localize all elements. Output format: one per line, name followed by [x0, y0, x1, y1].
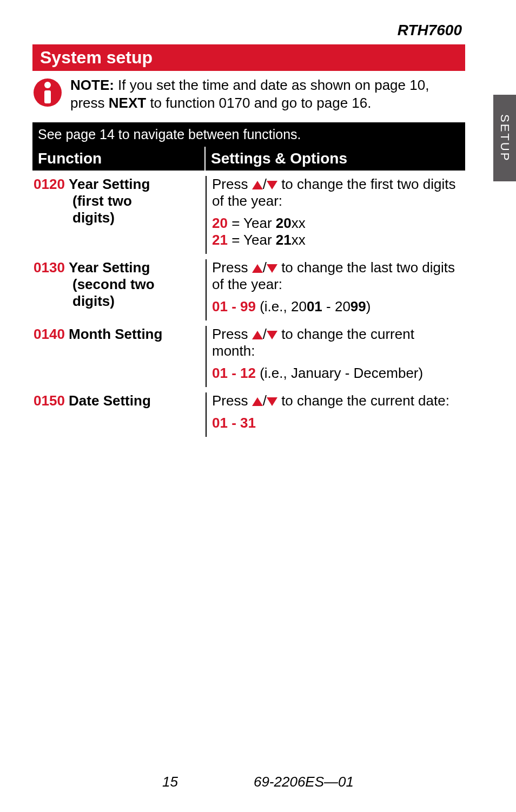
info-icon — [32, 77, 63, 108]
range-extra-end: 99 — [350, 298, 366, 315]
option-values: 01 - 99 (i.e., 2001 - 2099) — [212, 298, 460, 315]
settings-table: 0120 Year Setting (first two digits) Pre… — [32, 171, 465, 437]
function-name: Month Setting — [69, 326, 162, 343]
range-dash: - — [228, 365, 240, 381]
triangle-up-icon — [252, 397, 263, 406]
range-extra-close: ) — [366, 298, 371, 315]
svg-point-1 — [44, 82, 51, 88]
option-values: 01 - 12 (i.e., January - December) — [212, 365, 460, 382]
options-cell: Press / to change the current month: 01 … — [206, 326, 465, 387]
option-values: 01 - 31 — [212, 415, 460, 431]
note-text: NOTE: If you set the time and date as sh… — [70, 76, 460, 112]
note-part2: to function 0170 and go to page 16. — [146, 95, 371, 111]
model-number: RTH7600 — [32, 22, 494, 44]
side-tab-setup: SETUP — [493, 95, 516, 181]
range-b: 31 — [240, 415, 256, 431]
options-cell: Press / to change the current date: 01 -… — [206, 392, 465, 437]
triangle-down-icon — [267, 397, 277, 406]
triangle-down-icon — [267, 331, 277, 339]
options-cell: Press / to change the first two digits o… — [206, 176, 465, 254]
option-values: 20 = Year 20xx 21 = Year 21xx — [212, 215, 460, 248]
val-mid: = Year — [228, 215, 276, 231]
function-code: 0130 — [34, 259, 65, 276]
svg-rect-2 — [44, 90, 51, 103]
range-dash: - — [228, 415, 240, 431]
opt-lead: Press — [212, 176, 252, 192]
range-extra-mid2: - 20 — [322, 298, 350, 315]
range-extra-pre: (i.e., 20 — [256, 298, 307, 315]
document-number: 69-2206ES—01 — [254, 774, 354, 790]
range-a: 01 — [212, 415, 228, 431]
function-name-line2: (second two — [34, 276, 200, 293]
function-name: Year Setting — [69, 259, 150, 276]
range-extra-mid: 01 — [307, 298, 322, 315]
options-cell: Press / to change the last two digits of… — [206, 259, 465, 320]
triangle-down-icon — [267, 264, 277, 273]
opt-lead: Press — [212, 392, 252, 409]
opt-tail: to change the current date: — [277, 392, 449, 409]
triangle-up-icon — [252, 331, 263, 339]
option-line: 21 = Year 21xx — [212, 232, 460, 248]
function-cell: 0140 Month Setting — [32, 326, 206, 387]
side-tab-label: SETUP — [498, 114, 512, 162]
table-header: Function Settings & Options — [32, 147, 465, 171]
val-red: 21 — [212, 232, 228, 248]
note-label: NOTE: — [70, 77, 114, 93]
option-line: 20 = Year 20xx — [212, 215, 460, 232]
page-footer: 15 69-2206ES—01 — [0, 774, 516, 790]
header-options: Settings & Options — [206, 147, 465, 171]
header-function: Function — [32, 147, 206, 171]
range-a: 01 — [212, 298, 228, 315]
function-code: 0120 — [34, 176, 65, 193]
table-row: 0130 Year Setting (second two digits) Pr… — [32, 254, 465, 320]
section-title: System setup — [32, 44, 465, 71]
range-dash: - — [228, 298, 240, 315]
function-code: 0140 — [34, 326, 65, 343]
function-name: Year Setting — [69, 176, 150, 193]
val-bold: 20 — [276, 215, 292, 231]
range-a: 01 — [212, 365, 228, 381]
manual-page: RTH7600 System setup NOTE: If you set th… — [0, 0, 516, 812]
range-b: 99 — [240, 298, 256, 315]
page-number: 15 — [162, 774, 178, 790]
val-red: 20 — [212, 215, 228, 231]
triangle-up-icon — [252, 264, 263, 273]
val-suffix: xx — [292, 232, 306, 248]
triangle-down-icon — [267, 181, 277, 189]
val-mid: = Year — [228, 232, 276, 248]
function-name-line3: digits) — [34, 293, 200, 310]
table-row: 0120 Year Setting (first two digits) Pre… — [32, 171, 465, 254]
table-row: 0140 Month Setting Press / to change the… — [32, 320, 465, 387]
triangle-up-icon — [252, 181, 263, 189]
function-cell: 0150 Date Setting — [32, 392, 206, 437]
navigation-note: See page 14 to navigate between function… — [32, 122, 465, 147]
note-next: NEXT — [109, 95, 146, 111]
range-b: 12 — [240, 365, 256, 381]
function-code: 0150 — [34, 392, 65, 409]
val-bold: 21 — [276, 232, 292, 248]
range-extra: (i.e., January - December) — [256, 365, 423, 381]
note-block: NOTE: If you set the time and date as sh… — [32, 71, 465, 122]
function-name-line3: digits) — [34, 209, 200, 226]
function-cell: 0120 Year Setting (first two digits) — [32, 176, 206, 254]
table-row: 0150 Date Setting Press / to change the … — [32, 387, 465, 437]
opt-lead: Press — [212, 326, 252, 342]
val-suffix: xx — [292, 215, 306, 231]
function-name-line2: (first two — [34, 193, 200, 209]
function-name: Date Setting — [69, 392, 151, 409]
opt-lead: Press — [212, 259, 252, 276]
function-cell: 0130 Year Setting (second two digits) — [32, 259, 206, 320]
